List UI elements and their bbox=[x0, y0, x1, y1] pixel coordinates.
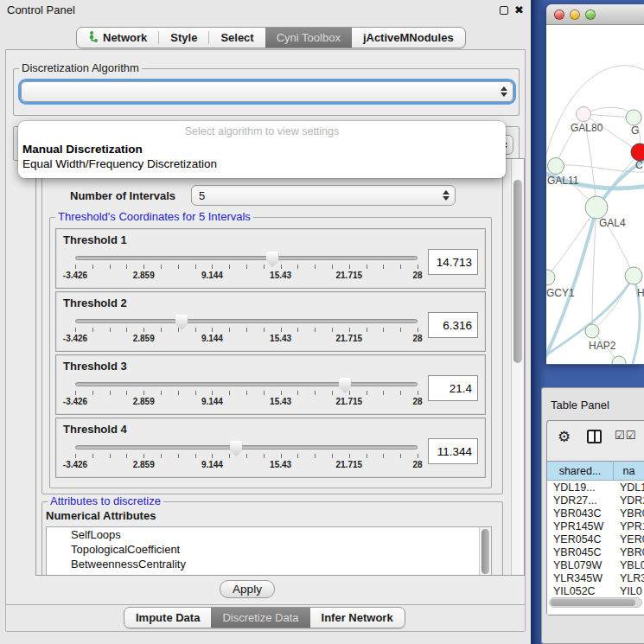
tick-label: 21.715 bbox=[336, 397, 363, 406]
tick-mark bbox=[110, 454, 111, 458]
threshold-value-field[interactable]: 11.344 bbox=[428, 438, 478, 464]
number-of-intervals-value: 5 bbox=[199, 189, 205, 202]
tick-mark bbox=[75, 265, 76, 269]
threshold-box-4: Threshold 4-3.4262.8599.14415.4321.71528… bbox=[55, 418, 486, 478]
threshold-slider: -3.4262.8599.14415.4321.71528 bbox=[75, 249, 418, 282]
slider-tick-labels: -3.4262.8599.14415.4321.71528 bbox=[75, 460, 418, 471]
network-node-hap2[interactable] bbox=[585, 324, 599, 338]
threshold-label: Threshold 2 bbox=[63, 296, 478, 309]
zoom-traffic-light[interactable] bbox=[585, 10, 596, 20]
slider-track[interactable] bbox=[75, 445, 418, 450]
close-traffic-light[interactable] bbox=[554, 10, 564, 20]
number-of-intervals-combobox[interactable]: 5 bbox=[191, 185, 456, 206]
minimize-traffic-light[interactable] bbox=[570, 10, 580, 20]
tab-cyni-toolbox[interactable]: Cyni Toolbox bbox=[265, 28, 352, 48]
list-scrollbar[interactable] bbox=[479, 527, 491, 576]
tick-mark bbox=[400, 265, 401, 269]
tick-mark bbox=[92, 391, 93, 395]
table-header-row: shared... na bbox=[547, 462, 644, 481]
cell-name: YBR0 bbox=[614, 507, 644, 520]
tick-label: 28 bbox=[412, 271, 422, 280]
network-node-h[interactable] bbox=[625, 267, 642, 284]
network-graph: GAL80GCGAL11GAL4GCY1HHAP2 bbox=[546, 25, 644, 364]
column-header-shared[interactable]: shared... bbox=[547, 462, 614, 480]
network-node-g[interactable] bbox=[626, 110, 641, 125]
algorithm-group-title: Discretization Algorithm bbox=[19, 62, 142, 74]
table-row[interactable]: YBR045CYBR0 bbox=[547, 545, 644, 558]
table-row[interactable]: YBL079WYBL0 bbox=[547, 558, 644, 571]
thresholds-container: Threshold 1-3.4262.8599.14415.4321.71528… bbox=[50, 228, 491, 478]
settings-scrollbar-thumb[interactable] bbox=[513, 180, 522, 363]
list-scrollbar-thumb[interactable] bbox=[481, 529, 489, 574]
table-horizontal-scrollbar[interactable] bbox=[549, 597, 642, 608]
columns-icon[interactable] bbox=[587, 430, 602, 443]
slider-track[interactable] bbox=[75, 382, 418, 386]
dropdown-option-manual[interactable]: Manual Discretization bbox=[18, 142, 506, 156]
top-tab-bar: NetworkStyleSelectCyni ToolboxjActiveMNo… bbox=[76, 27, 466, 48]
float-window-icon[interactable] bbox=[500, 6, 508, 15]
table-row[interactable]: YDR27...YDR2 bbox=[547, 494, 644, 507]
tab-label: Infer Network bbox=[322, 611, 393, 624]
tab-select[interactable]: Select bbox=[209, 28, 265, 48]
gear-icon[interactable]: ⚙ bbox=[558, 428, 571, 446]
close-icon[interactable]: ✖ bbox=[514, 3, 524, 17]
tick-mark bbox=[315, 265, 316, 269]
tab-network[interactable]: Network bbox=[77, 28, 158, 48]
threshold-box-3: Threshold 3-3.4262.8599.14415.4321.71528… bbox=[55, 354, 486, 415]
attribute-list-item[interactable]: SelfLoops bbox=[47, 527, 491, 542]
dropdown-option-equal-width[interactable]: Equal Width/Frequency Discretization bbox=[18, 156, 506, 171]
network-node-gal4[interactable] bbox=[585, 196, 608, 219]
table-row[interactable]: YDL19...YDL1 bbox=[547, 481, 644, 494]
tick-mark bbox=[281, 328, 282, 332]
network-node-gcy1[interactable] bbox=[546, 270, 555, 285]
number-of-intervals-label: Number of Intervals bbox=[70, 189, 175, 202]
attribute-list-item[interactable]: TopologicalCoefficient bbox=[47, 542, 491, 557]
network-node[interactable] bbox=[612, 356, 626, 364]
apply-button[interactable]: Apply bbox=[220, 580, 275, 598]
table-row[interactable]: YER054CYER0 bbox=[547, 532, 644, 545]
network-canvas[interactable]: GAL80GCGAL11GAL4GCY1HHAP2 bbox=[546, 25, 644, 364]
settings-scrollbar[interactable] bbox=[511, 159, 524, 575]
table-hscroll-thumb[interactable] bbox=[551, 599, 635, 606]
tick-mark bbox=[178, 454, 179, 458]
threshold-value-field[interactable]: 21.4 bbox=[428, 375, 478, 401]
algorithm-combobox[interactable] bbox=[21, 81, 513, 102]
tick-label: -3.426 bbox=[63, 271, 87, 280]
table-row[interactable]: YIL052CYIL0 bbox=[547, 584, 644, 597]
network-node-gal80[interactable] bbox=[577, 107, 591, 122]
tick-mark bbox=[332, 265, 333, 269]
cell-name: YIL0 bbox=[614, 585, 644, 597]
tick-mark bbox=[143, 391, 144, 395]
attribute-list-item[interactable]: BetweennessCentrality bbox=[47, 557, 491, 571]
threshold-value-field[interactable]: 14.713 bbox=[428, 249, 478, 275]
table-row[interactable]: YBR043CYBR0 bbox=[547, 507, 644, 520]
tab-label: jActiveMNodules bbox=[363, 31, 454, 44]
threshold-slider-row: -3.4262.8599.14415.4321.7152814.713 bbox=[63, 249, 478, 282]
tick-label: 15.43 bbox=[270, 271, 291, 280]
slider-track[interactable] bbox=[75, 256, 418, 260]
tick-label: 15.43 bbox=[270, 460, 291, 469]
network-node-c[interactable] bbox=[631, 143, 644, 161]
slider-track[interactable] bbox=[75, 319, 418, 323]
cell-name: YER0 bbox=[614, 533, 644, 545]
numerical-attributes-list[interactable]: SelfLoopsTopologicalCoefficientBetweenne… bbox=[46, 526, 492, 576]
tab-style[interactable]: Style bbox=[159, 28, 208, 48]
tick-mark bbox=[92, 454, 93, 458]
threshold-slider-row: -3.4262.8599.14415.4321.715286.316 bbox=[63, 312, 478, 345]
column-header-name[interactable]: na bbox=[614, 462, 644, 480]
select-columns-checkbox-icons[interactable]: ☑☑ bbox=[615, 429, 636, 442]
threshold-value-field[interactable]: 6.316 bbox=[428, 312, 478, 338]
tick-label: 21.715 bbox=[336, 271, 363, 280]
table-row[interactable]: YLR345WYLR3 bbox=[547, 571, 644, 584]
tab-jactivemnodules[interactable]: jActiveMNodules bbox=[352, 28, 465, 48]
tick-label: 15.43 bbox=[270, 397, 291, 406]
tick-mark bbox=[212, 328, 213, 332]
tab-discretize-data[interactable]: Discretize Data bbox=[211, 608, 309, 628]
tab-infer-network[interactable]: Infer Network bbox=[310, 608, 405, 628]
cell-name: YBL0 bbox=[614, 559, 644, 571]
tick-mark bbox=[297, 265, 298, 269]
tab-impute-data[interactable]: Impute Data bbox=[124, 608, 211, 628]
table-row[interactable]: YPR145WYPR1 bbox=[547, 520, 644, 532]
tick-mark bbox=[246, 391, 247, 395]
network-node-gal11[interactable] bbox=[548, 158, 564, 175]
